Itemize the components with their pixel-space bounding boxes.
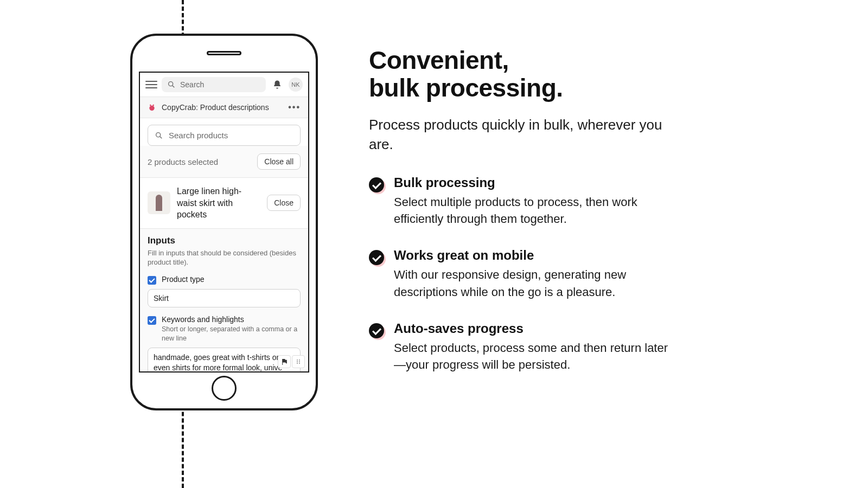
svg-point-7 [297,359,298,361]
check-circle-icon [369,250,384,265]
global-search-input[interactable]: Search [162,77,266,92]
inputs-subtext: Fill in inputs that should be considered… [148,248,301,267]
app-topbar: Search NK [140,73,308,97]
close-product-button[interactable]: Close [267,195,301,211]
feature-title: Works great on mobile [394,248,673,263]
menu-icon[interactable] [145,79,157,91]
global-search-placeholder: Search [180,80,204,89]
svg-point-12 [299,363,300,364]
svg-point-0 [169,82,173,86]
headline: Convenient, bulk processing. [369,47,673,101]
svg-point-2 [149,106,154,111]
app-title: CopyCrab: Product descriptions [162,103,269,112]
product-type-checkbox[interactable] [148,276,156,285]
phone-screen: Search NK CopyCrab: Product descriptions… [139,72,309,373]
product-thumbnail [148,191,170,214]
drag-handle-icon[interactable] [292,355,305,368]
feature-mobile: Works great on mobile With our responsiv… [369,248,673,300]
keywords-row: Keywords and highlights Short or longer,… [148,315,301,343]
inputs-heading: Inputs [148,235,301,246]
product-search-placeholder: Search products [169,131,228,140]
inputs-section: Inputs Fill in inputs that should be con… [140,229,308,373]
product-type-input[interactable] [148,289,301,307]
product-search-input[interactable]: Search products [148,125,301,146]
keywords-checkbox[interactable] [148,316,156,325]
feature-title: Bulk processing [394,175,673,190]
feature-body: Select products, process some and then r… [394,339,673,373]
svg-point-8 [299,359,300,361]
check-circle-icon [369,323,384,338]
feature-bulk: Bulk processing Select multiple products… [369,175,673,227]
svg-point-3 [150,105,151,106]
svg-point-9 [297,361,298,362]
close-all-button[interactable]: Close all [257,153,301,170]
product-title: Large linen high-waist skirt with pocket… [177,185,260,221]
search-icon [167,80,176,89]
search-icon [155,131,163,140]
home-button-icon [212,376,237,401]
keywords-label: Keywords and highlights [162,315,301,324]
subheadline: Process products quickly in bulk, wherev… [369,115,673,155]
check-circle-icon [369,177,384,192]
svg-line-6 [160,136,162,138]
feature-title: Auto-saves progress [394,321,673,336]
keywords-help: Short or longer, separated with a comma … [162,325,301,343]
more-icon[interactable]: ••• [288,102,301,112]
crab-icon [148,103,156,112]
screen-body: Search products [140,118,308,146]
headline-line2: bulk processing. [369,74,563,102]
svg-line-1 [173,86,175,88]
floating-toolbar [278,355,305,368]
feature-autosave: Auto-saves progress Select products, pro… [369,321,673,373]
feature-body: With our responsive design, generating n… [394,266,673,300]
avatar-initials: NK [291,81,299,88]
svg-point-5 [156,132,161,137]
app-title-row: CopyCrab: Product descriptions ••• [140,97,308,118]
svg-point-10 [299,361,300,362]
phone-frame: Search NK CopyCrab: Product descriptions… [130,34,318,410]
avatar[interactable]: NK [289,78,303,92]
feature-body: Select multiple products to process, the… [394,194,673,227]
selection-bar: 2 products selected Close all [140,146,308,178]
product-header: Large linen high-waist skirt with pocket… [140,178,308,229]
marketing-panel: Convenient, bulk processing. Process pro… [369,47,673,373]
product-type-label: Product type [162,275,205,284]
product-type-row: Product type [148,275,301,285]
svg-point-11 [297,363,298,364]
headline-line1: Convenient, [369,46,509,74]
selection-count: 2 products selected [148,157,218,166]
notifications-icon[interactable] [270,78,284,92]
flag-icon[interactable] [278,355,291,368]
phone-speaker [207,51,241,55]
svg-point-4 [152,105,154,106]
